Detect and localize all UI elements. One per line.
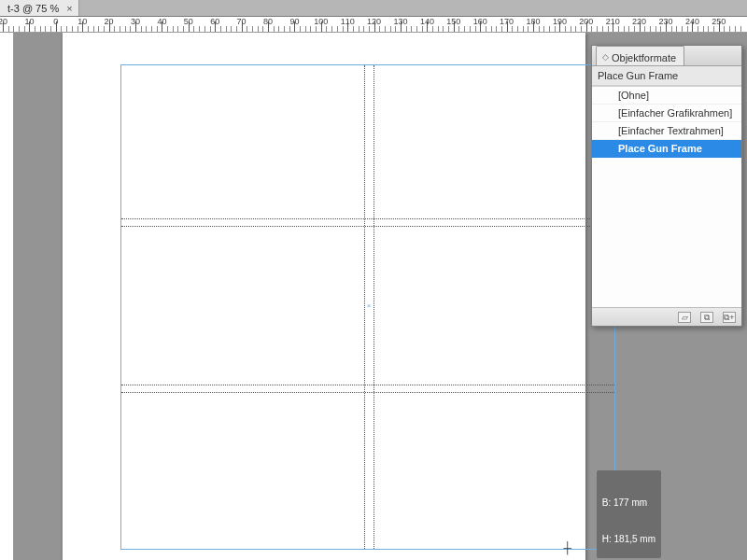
tooltip-width: B: 177 mm	[602, 497, 655, 509]
ruler-label: 30	[131, 17, 140, 26]
panel-tab-label: Objektformate	[612, 52, 676, 63]
ruler-label: 200	[579, 17, 593, 26]
ruler-label: 40	[157, 17, 166, 26]
ruler-label: 120	[367, 17, 381, 26]
ruler-label: 240	[685, 17, 699, 26]
ruler-label: 50	[184, 17, 193, 26]
style-list-item[interactable]: [Einfacher Grafikrahmen]	[592, 105, 741, 122]
ruler-label: 20	[0, 17, 7, 26]
ruler-label: 140	[420, 17, 434, 26]
guide-horizontal	[121, 392, 614, 393]
center-marker-icon: ×	[367, 301, 372, 310]
object-styles-panel[interactable]: ◇ Objektformate Place Gun Frame [Ohne][E…	[591, 45, 742, 327]
style-list-item[interactable]: Place Gun Frame	[592, 140, 741, 158]
guide-horizontal	[121, 218, 614, 219]
ruler-label: 20	[105, 17, 114, 26]
document-tab-title: t-3 @ 75 %	[7, 3, 59, 14]
collapse-icon[interactable]: ◇	[602, 54, 609, 61]
panel-footer: ▱ ⧉ ⧉+	[592, 307, 741, 326]
tooltip-height: H: 181,5 mm	[602, 533, 655, 545]
page: ×	[63, 33, 585, 560]
ruler-label: 210	[606, 17, 620, 26]
ruler-label: 0	[53, 17, 58, 26]
new-style-icon[interactable]: ⧉	[700, 312, 713, 323]
crosshair-cursor-icon: ┼	[563, 541, 571, 554]
close-icon[interactable]: ×	[66, 3, 72, 14]
ruler-label: 180	[526, 17, 540, 26]
style-list-item[interactable]: [Ohne]	[592, 87, 741, 105]
ruler-label: 250	[712, 17, 726, 26]
ruler-label: 150	[446, 17, 460, 26]
ruler-label: 100	[314, 17, 328, 26]
ruler-label: 60	[210, 17, 219, 26]
guide-horizontal	[121, 226, 614, 227]
ruler-horizontal[interactable]: 2010010203040506070809010011012013014015…	[0, 17, 747, 33]
selection-frame[interactable]: ×	[120, 64, 615, 550]
style-list-item[interactable]: [Einfacher Textrahmen]	[592, 122, 741, 140]
panel-tabrow: ◇ Objektformate	[592, 46, 741, 66]
ruler-label: 160	[473, 17, 487, 26]
ruler-label: 90	[289, 17, 299, 26]
ruler-label: 190	[553, 17, 567, 26]
ruler-label: 230	[658, 17, 672, 26]
ruler-label: 170	[500, 17, 514, 26]
panel-tab-objektformate[interactable]: ◇ Objektformate	[596, 46, 684, 65]
ruler-label: 10	[78, 17, 87, 26]
ruler-label: 10	[24, 17, 34, 26]
ruler-label: 70	[237, 17, 247, 26]
panel-style-list: [Ohne][Einfacher Grafikrahmen][Einfacher…	[592, 86, 741, 307]
folder-icon[interactable]: ▱	[678, 312, 691, 323]
ruler-vertical[interactable]	[0, 33, 14, 560]
guide-vertical	[364, 65, 365, 549]
ruler-label: 80	[263, 17, 273, 26]
panel-active-style: Place Gun Frame	[592, 66, 741, 86]
ruler-label: 110	[341, 17, 355, 26]
ruler-label: 220	[632, 17, 646, 26]
document-tab[interactable]: t-3 @ 75 % ×	[0, 0, 79, 16]
new-style-plus-icon[interactable]: ⧉+	[723, 312, 736, 323]
measurement-tooltip: B: 177 mm H: 181,5 mm	[597, 470, 661, 558]
document-tabbar: t-3 @ 75 % ×	[0, 0, 747, 17]
guide-vertical	[374, 65, 374, 549]
guide-horizontal	[121, 385, 614, 385]
ruler-label: 130	[393, 17, 407, 26]
